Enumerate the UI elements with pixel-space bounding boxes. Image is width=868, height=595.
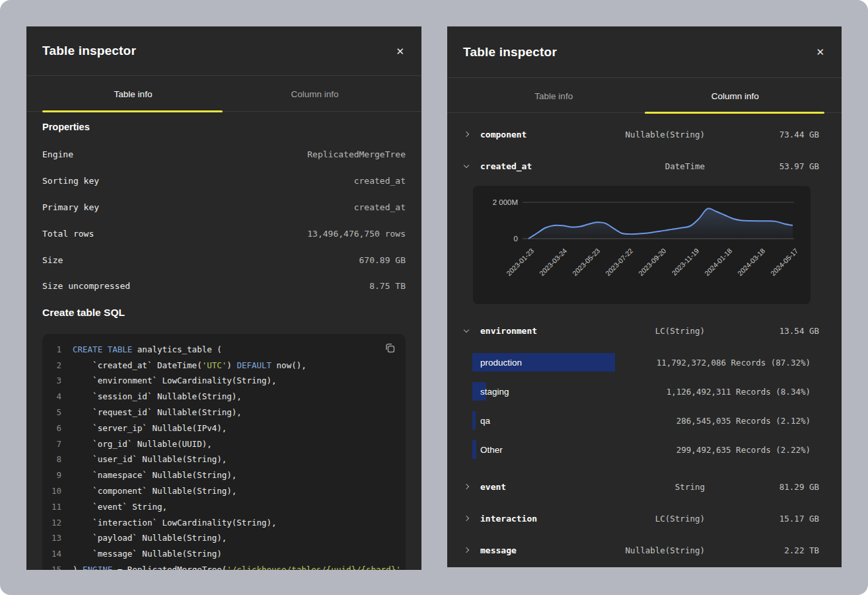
tab-column-info[interactable]: Column info: [645, 78, 826, 112]
dialog-header: Table inspector ✕: [447, 26, 842, 78]
tab-label: Column info: [711, 91, 759, 101]
line-number: 14: [42, 546, 73, 562]
column-name: message: [480, 545, 593, 555]
env-value-label: production: [480, 358, 522, 368]
line-number: 12: [42, 515, 73, 531]
table-inspector-dialog-table-info: Table inspector ✕ Table info Column info…: [26, 26, 421, 570]
sql-line: 5 `request_id` Nullable(String),: [42, 405, 406, 420]
dialog-title: Table inspector: [42, 44, 136, 58]
svg-text:2023-07-22: 2023-07-22: [604, 247, 635, 278]
column-row-message[interactable]: messageNullable(String)2.22 TB: [463, 534, 826, 566]
column-size: 2.22 TB: [705, 545, 826, 555]
svg-text:2023-03-24: 2023-03-24: [538, 247, 569, 278]
svg-text:2023-01-23: 2023-01-23: [505, 247, 536, 278]
column-type: DateTime: [593, 161, 705, 171]
env-value-row: qa286,545,035 Records (2.12%): [463, 406, 826, 435]
tab-table-info[interactable]: Table info: [463, 78, 645, 112]
desktop-background: Table inspector ✕ Table info Column info…: [0, 0, 868, 595]
sql-code-block: 1CREATE TABLE analytics_table (2 `create…: [42, 334, 406, 570]
env-value-label: Other: [480, 445, 503, 455]
env-value-records: 11,792,372,086 Records (87.32%): [657, 358, 826, 368]
close-icon[interactable]: ✕: [394, 44, 406, 59]
svg-text:2023-09-20: 2023-09-20: [637, 247, 668, 278]
sql-line: 15) ENGINE = ReplicatedMergeTree('/click…: [42, 562, 406, 570]
tab-label: Table info: [114, 89, 153, 99]
column-type: Nullable(String): [593, 545, 705, 555]
line-number: 13: [42, 530, 73, 546]
svg-text:2023-11-19: 2023-11-19: [670, 247, 700, 277]
sql-line: 7 `org_id` Nullable(UUID),: [42, 436, 406, 452]
sql-line: 8 `user_id` Nullable(String),: [42, 452, 406, 467]
sql-line: 11 `event` String,: [42, 499, 406, 515]
line-number: 10: [42, 483, 73, 499]
sql-line: 2 `created_at` DateTime('UTC') DEFAULT n…: [42, 358, 406, 374]
sql-code: ) ENGINE = ReplicatedMergeTree('/clickho…: [73, 562, 401, 570]
table-inspector-dialog-column-info: Table inspector ✕ Table info Column info…: [447, 26, 842, 567]
sql-line: 13 `payload` Nullable(String),: [42, 530, 406, 546]
env-value-row: Other299,492,635 Records (2.22%): [463, 435, 826, 464]
created-at-histogram: 2 000M02023-01-232023-03-242023-05-23202…: [473, 186, 811, 304]
sql-line: 4 `session_id` Nullable(String),: [42, 389, 406, 405]
column-type: String: [593, 482, 705, 492]
property-label: Primary key: [42, 202, 99, 212]
sql-line: 6 `server_ip` Nullable(IPv4),: [42, 420, 406, 436]
column-row-interaction[interactable]: interactionLC(String)15.17 GB: [463, 502, 826, 534]
line-number: 6: [42, 420, 73, 436]
property-label: Size uncompressed: [42, 281, 130, 291]
column-row-created_at[interactable]: created_atDateTime53.97 GB: [463, 150, 826, 182]
tab-table-info[interactable]: Table info: [42, 76, 224, 111]
column-type: LC(String): [593, 326, 705, 336]
line-number: 4: [42, 389, 73, 405]
column-row-event[interactable]: eventString81.29 GB: [463, 471, 826, 502]
column-row-environment[interactable]: environmentLC(String)13.54 GB: [463, 315, 826, 346]
env-value-label: staging: [480, 387, 509, 397]
column-size: 81.29 GB: [705, 482, 826, 492]
column-size: 73.44 GB: [705, 130, 826, 139]
property-label: Engine: [42, 149, 73, 159]
sql-lines: 1CREATE TABLE analytics_table (2 `create…: [42, 342, 406, 570]
property-row: Size uncompressed8.75 TB: [42, 273, 406, 299]
sql-code: `created_at` DateTime('UTC') DEFAULT now…: [73, 358, 307, 374]
copy-icon[interactable]: [383, 341, 397, 357]
line-number: 11: [42, 499, 73, 515]
column-size: 53.97 GB: [705, 161, 826, 171]
chevron-right-icon: [463, 516, 480, 520]
line-number: 2: [42, 358, 73, 374]
column-list: componentNullable(String)73.44 GBcreated…: [447, 113, 842, 566]
properties-list: EngineReplicatedMergeTreeSorting keycrea…: [42, 141, 406, 299]
env-value-row: staging1,126,492,311 Records (8.34%): [463, 377, 826, 406]
svg-text:0: 0: [514, 235, 518, 243]
line-number: 3: [42, 373, 73, 389]
property-value: created_at: [354, 176, 406, 186]
sql-line: 1CREATE TABLE analytics_table (: [42, 342, 406, 358]
line-number: 7: [42, 436, 73, 452]
chevron-right-icon: [463, 485, 480, 489]
column-size: 15.17 GB: [705, 514, 826, 524]
property-label: Sorting key: [42, 176, 99, 186]
line-number: 1: [42, 342, 73, 358]
sql-code: CREATE TABLE analytics_table (: [73, 342, 222, 358]
column-name: component: [480, 130, 593, 139]
svg-text:2023-05-23: 2023-05-23: [571, 247, 602, 278]
env-value-label: qa: [480, 416, 490, 426]
sql-code: `interaction` LowCardinality(String),: [73, 515, 277, 531]
chevron-down-icon: [463, 165, 480, 167]
chevron-right-icon: [463, 132, 480, 136]
property-label: Total rows: [42, 229, 94, 239]
env-value-records: 299,492,635 Records (2.22%): [676, 445, 826, 455]
property-row: Size670.89 GB: [42, 247, 406, 273]
tab-column-info[interactable]: Column info: [224, 76, 406, 111]
tab-bar: Table info Column info: [447, 78, 842, 113]
close-icon[interactable]: ✕: [814, 44, 826, 60]
sql-code: `message` Nullable(String): [73, 546, 222, 562]
dialog-title: Table inspector: [463, 45, 557, 60]
env-value-bar: [472, 411, 476, 430]
column-size: 13.54 GB: [705, 326, 826, 336]
column-name: environment: [480, 326, 593, 336]
sql-code: `user_id` Nullable(String),: [73, 452, 227, 467]
column-row-component[interactable]: componentNullable(String)73.44 GB: [463, 118, 826, 150]
tab-bar: Table info Column info: [26, 76, 421, 112]
column-name: event: [480, 482, 593, 492]
sql-line: 12 `interaction` LowCardinality(String),: [42, 515, 406, 531]
property-value: 13,496,476,750 rows: [307, 229, 406, 239]
